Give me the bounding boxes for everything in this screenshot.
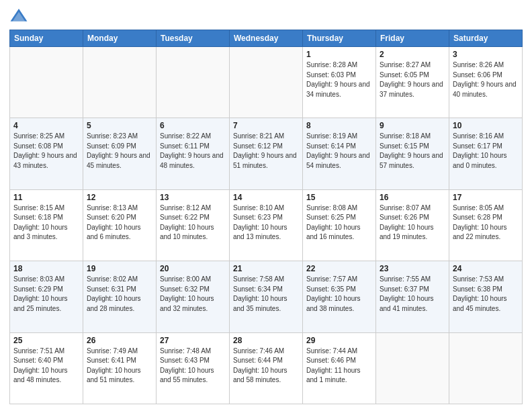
day-number: 29 [306,336,372,345]
calendar-cell: 20Sunrise: 8:00 AM Sunset: 6:32 PM Dayli… [157,261,230,332]
day-info: Sunrise: 7:55 AM Sunset: 6:37 PM Dayligh… [380,275,445,314]
day-info: Sunrise: 7:53 AM Sunset: 6:38 PM Dayligh… [453,275,519,314]
day-number: 22 [306,264,372,273]
calendar-cell: 7Sunrise: 8:21 AM Sunset: 6:12 PM Daylig… [230,118,303,189]
calendar-cell: 12Sunrise: 8:13 AM Sunset: 6:20 PM Dayli… [83,189,157,261]
day-info: Sunrise: 7:58 AM Sunset: 6:34 PM Dayligh… [233,275,299,314]
col-header-saturday: Saturday [449,30,523,47]
col-header-monday: Monday [83,30,157,47]
header [9,7,523,26]
day-number: 2 [380,50,445,59]
calendar-cell: 28Sunrise: 7:46 AM Sunset: 6:44 PM Dayli… [230,332,303,404]
col-header-sunday: Sunday [10,30,83,47]
day-info: Sunrise: 7:49 AM Sunset: 6:41 PM Dayligh… [87,347,152,385]
calendar-cell: 10Sunrise: 8:16 AM Sunset: 6:17 PM Dayli… [449,118,523,189]
calendar-cell: 18Sunrise: 8:03 AM Sunset: 6:29 PM Dayli… [10,261,83,332]
logo [9,7,31,26]
calendar-cell: 27Sunrise: 7:48 AM Sunset: 6:43 PM Dayli… [157,332,230,404]
day-number: 24 [453,264,519,273]
col-header-wednesday: Wednesday [230,30,303,47]
calendar-cell [157,47,230,118]
day-number: 5 [87,121,152,130]
day-info: Sunrise: 8:23 AM Sunset: 6:09 PM Dayligh… [87,132,152,171]
day-number: 26 [87,336,152,345]
calendar-cell: 6Sunrise: 8:22 AM Sunset: 6:11 PM Daylig… [157,118,230,189]
day-number: 4 [13,121,79,130]
calendar-cell: 17Sunrise: 8:05 AM Sunset: 6:28 PM Dayli… [449,189,523,261]
day-info: Sunrise: 7:51 AM Sunset: 6:40 PM Dayligh… [13,347,79,385]
day-info: Sunrise: 8:27 AM Sunset: 6:05 PM Dayligh… [380,60,445,99]
day-number: 7 [233,121,299,130]
day-number: 10 [453,121,519,130]
day-number: 27 [160,336,226,345]
calendar-cell: 22Sunrise: 7:57 AM Sunset: 6:35 PM Dayli… [303,261,376,332]
logo-icon [9,7,28,26]
col-header-tuesday: Tuesday [157,30,230,47]
day-info: Sunrise: 8:21 AM Sunset: 6:12 PM Dayligh… [233,132,299,171]
day-number: 17 [453,193,519,202]
calendar-cell: 8Sunrise: 8:19 AM Sunset: 6:14 PM Daylig… [303,118,376,189]
day-info: Sunrise: 8:25 AM Sunset: 6:08 PM Dayligh… [13,132,79,171]
day-info: Sunrise: 8:08 AM Sunset: 6:25 PM Dayligh… [306,203,372,242]
day-info: Sunrise: 8:12 AM Sunset: 6:22 PM Dayligh… [160,203,226,242]
col-header-friday: Friday [376,30,449,47]
day-info: Sunrise: 8:19 AM Sunset: 6:14 PM Dayligh… [306,132,372,171]
day-number: 1 [306,50,372,59]
day-info: Sunrise: 8:26 AM Sunset: 6:06 PM Dayligh… [453,60,519,99]
day-info: Sunrise: 8:10 AM Sunset: 6:23 PM Dayligh… [233,203,299,242]
day-info: Sunrise: 8:03 AM Sunset: 6:29 PM Dayligh… [13,275,79,314]
day-number: 25 [13,336,79,345]
day-info: Sunrise: 8:22 AM Sunset: 6:11 PM Dayligh… [160,132,226,171]
day-number: 20 [160,264,226,273]
day-number: 23 [380,264,445,273]
col-header-thursday: Thursday [303,30,376,47]
calendar-cell: 25Sunrise: 7:51 AM Sunset: 6:40 PM Dayli… [10,332,83,404]
calendar-cell: 11Sunrise: 8:15 AM Sunset: 6:18 PM Dayli… [10,189,83,261]
day-info: Sunrise: 8:07 AM Sunset: 6:26 PM Dayligh… [380,203,445,242]
calendar-cell [83,47,157,118]
calendar-cell [230,47,303,118]
calendar-row-2: 11Sunrise: 8:15 AM Sunset: 6:18 PM Dayli… [10,189,523,261]
day-number: 11 [13,193,79,202]
calendar-cell: 15Sunrise: 8:08 AM Sunset: 6:25 PM Dayli… [303,189,376,261]
calendar-cell: 26Sunrise: 7:49 AM Sunset: 6:41 PM Dayli… [83,332,157,404]
day-number: 13 [160,193,226,202]
day-number: 16 [380,193,445,202]
day-info: Sunrise: 8:13 AM Sunset: 6:20 PM Dayligh… [87,203,152,242]
day-number: 19 [87,264,152,273]
calendar-cell: 9Sunrise: 8:18 AM Sunset: 6:15 PM Daylig… [376,118,449,189]
calendar-row-3: 18Sunrise: 8:03 AM Sunset: 6:29 PM Dayli… [10,261,523,332]
calendar-cell [376,332,449,404]
day-info: Sunrise: 8:05 AM Sunset: 6:28 PM Dayligh… [453,203,519,242]
day-number: 15 [306,193,372,202]
calendar-cell: 14Sunrise: 8:10 AM Sunset: 6:23 PM Dayli… [230,189,303,261]
day-info: Sunrise: 7:44 AM Sunset: 6:46 PM Dayligh… [306,347,372,385]
day-number: 14 [233,193,299,202]
day-info: Sunrise: 7:57 AM Sunset: 6:35 PM Dayligh… [306,275,372,314]
day-info: Sunrise: 8:00 AM Sunset: 6:32 PM Dayligh… [160,275,226,314]
calendar-cell: 2Sunrise: 8:27 AM Sunset: 6:05 PM Daylig… [376,47,449,118]
calendar-row-0: 1Sunrise: 8:28 AM Sunset: 6:03 PM Daylig… [10,47,523,118]
calendar-cell: 24Sunrise: 7:53 AM Sunset: 6:38 PM Dayli… [449,261,523,332]
day-number: 28 [233,336,299,345]
day-info: Sunrise: 8:15 AM Sunset: 6:18 PM Dayligh… [13,203,79,242]
calendar-cell: 5Sunrise: 8:23 AM Sunset: 6:09 PM Daylig… [83,118,157,189]
calendar-cell: 4Sunrise: 8:25 AM Sunset: 6:08 PM Daylig… [10,118,83,189]
calendar-row-4: 25Sunrise: 7:51 AM Sunset: 6:40 PM Dayli… [10,332,523,404]
day-number: 9 [380,121,445,130]
day-info: Sunrise: 8:28 AM Sunset: 6:03 PM Dayligh… [306,60,372,99]
calendar-cell [449,332,523,404]
day-info: Sunrise: 8:18 AM Sunset: 6:15 PM Dayligh… [380,132,445,171]
day-info: Sunrise: 7:48 AM Sunset: 6:43 PM Dayligh… [160,347,226,385]
calendar-cell: 16Sunrise: 8:07 AM Sunset: 6:26 PM Dayli… [376,189,449,261]
calendar-cell: 1Sunrise: 8:28 AM Sunset: 6:03 PM Daylig… [303,47,376,118]
calendar-cell: 29Sunrise: 7:44 AM Sunset: 6:46 PM Dayli… [303,332,376,404]
day-info: Sunrise: 8:16 AM Sunset: 6:17 PM Dayligh… [453,132,519,171]
day-number: 8 [306,121,372,130]
day-number: 12 [87,193,152,202]
day-number: 6 [160,121,226,130]
calendar-header-row: SundayMondayTuesdayWednesdayThursdayFrid… [10,30,523,47]
calendar-cell: 13Sunrise: 8:12 AM Sunset: 6:22 PM Dayli… [157,189,230,261]
day-number: 21 [233,264,299,273]
day-number: 3 [453,50,519,59]
